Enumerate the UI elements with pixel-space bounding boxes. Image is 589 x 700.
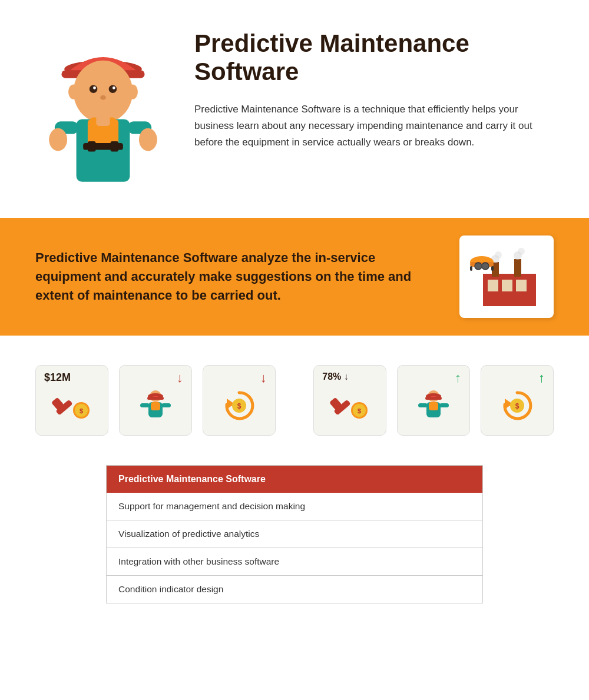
page-title: Predictive Maintenance Software xyxy=(194,29,554,87)
banner-text: Predictive Maintenance Software analyze … xyxy=(35,248,442,305)
table-cell: Integration with other business software xyxy=(107,548,483,576)
stat-label-1: $12M xyxy=(44,371,71,384)
table-cell: Condition indicator design xyxy=(107,576,483,603)
svg-point-4 xyxy=(109,85,117,93)
svg-rect-49 xyxy=(151,402,160,410)
svg-text:$: $ xyxy=(237,402,241,410)
table-section: Predictive Maintenance Software Support … xyxy=(0,459,589,639)
svg-point-8 xyxy=(68,84,78,99)
stat-icon-4: $ xyxy=(329,388,371,423)
table-row: Support for management and decision maki… xyxy=(107,493,483,520)
stat-card-5: ↑ xyxy=(397,365,470,436)
svg-rect-64 xyxy=(429,402,438,410)
svg-point-6 xyxy=(112,87,115,89)
svg-rect-15 xyxy=(88,141,96,151)
orange-banner: Predictive Maintenance Software analyze … xyxy=(0,218,589,336)
stat-card-6: ↑ $ xyxy=(481,365,554,436)
svg-rect-38 xyxy=(470,266,472,271)
table-row: Visualization of predictive analytics xyxy=(107,520,483,548)
title-description: Predictive Maintenance Software Predicti… xyxy=(194,24,554,151)
stat-icon-5 xyxy=(412,387,455,424)
svg-rect-16 xyxy=(111,141,119,151)
svg-point-7 xyxy=(100,95,106,100)
svg-rect-66 xyxy=(439,403,449,407)
stat-card-2: ↓ xyxy=(119,365,192,436)
stat-card-3: ↓ $ xyxy=(203,365,276,436)
top-section: Predictive Maintenance Software Predicti… xyxy=(0,0,589,212)
svg-text:$: $ xyxy=(358,407,361,414)
feature-table: Predictive Maintenance Software Support … xyxy=(106,465,483,603)
svg-rect-39 xyxy=(491,266,494,271)
svg-point-3 xyxy=(90,85,98,93)
stat-label-4: 78% ↓ xyxy=(322,371,348,382)
stat-icon-3: $ xyxy=(218,387,260,424)
worker-illustration xyxy=(35,24,171,194)
svg-rect-47 xyxy=(147,397,164,400)
page-description: Predictive Maintenance Software is a tec… xyxy=(194,101,554,151)
stat-icon-1: $ xyxy=(51,388,93,423)
svg-text:$: $ xyxy=(80,407,83,414)
svg-rect-27 xyxy=(514,259,521,277)
svg-rect-24 xyxy=(502,280,512,291)
svg-rect-65 xyxy=(418,403,428,407)
stat-icon-6: $ xyxy=(496,387,538,424)
stat-icon-2 xyxy=(134,387,177,424)
stat-arrow-3: ↓ xyxy=(260,370,267,386)
table-header: Predictive Maintenance Software xyxy=(107,466,483,493)
stats-row: $12M $ ↓ xyxy=(0,336,589,459)
stat-card-4: 78% ↓ $ xyxy=(313,365,386,436)
stat-arrow-2: ↓ xyxy=(177,370,183,386)
factory-image xyxy=(459,235,554,318)
svg-point-31 xyxy=(518,248,525,255)
svg-point-20 xyxy=(49,128,67,151)
svg-rect-37 xyxy=(475,264,489,268)
svg-rect-50 xyxy=(140,403,150,407)
stat-arrow-5: ↑ xyxy=(455,370,461,386)
svg-rect-51 xyxy=(161,403,171,407)
table-cell: Support for management and decision maki… xyxy=(107,493,483,520)
svg-rect-25 xyxy=(516,280,527,291)
svg-point-5 xyxy=(93,87,96,89)
svg-rect-23 xyxy=(488,280,498,291)
svg-text:$: $ xyxy=(515,402,519,410)
svg-point-9 xyxy=(128,84,138,99)
svg-rect-62 xyxy=(425,397,442,400)
svg-point-21 xyxy=(139,128,157,151)
svg-point-29 xyxy=(495,251,502,258)
table-row: Condition indicator design xyxy=(107,576,483,603)
table-row: Integration with other business software xyxy=(107,548,483,576)
stat-arrow-6: ↑ xyxy=(538,370,545,386)
svg-point-2 xyxy=(74,61,133,123)
svg-rect-17 xyxy=(96,116,110,126)
table-cell: Visualization of predictive analytics xyxy=(107,520,483,548)
stat-card-1: $12M $ xyxy=(35,365,108,436)
